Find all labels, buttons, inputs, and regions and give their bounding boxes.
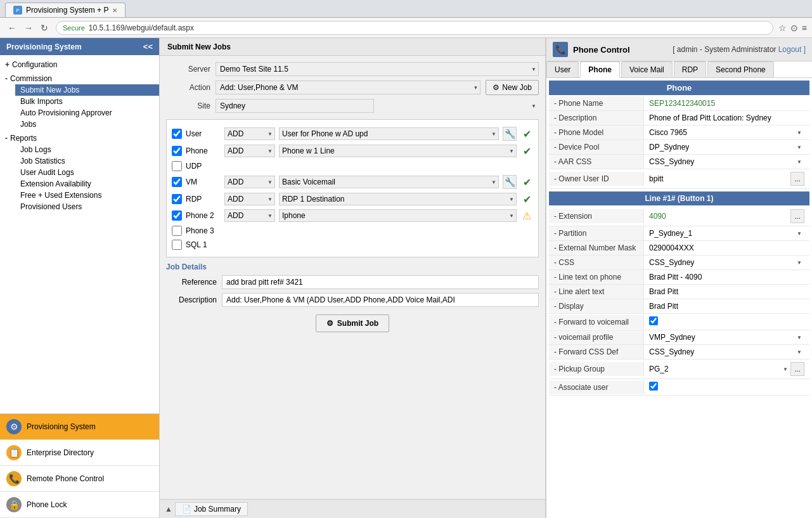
- sidebar-item-extension-availability[interactable]: Extension Availability: [15, 178, 159, 190]
- sidebar-item-job-logs[interactable]: Job Logs: [15, 144, 159, 155]
- bottom-nav-remote-phone-control[interactable]: 📞 Remote Phone Control: [0, 466, 159, 492]
- sidebar-collapse-button[interactable]: <<: [143, 42, 153, 51]
- sidebar-item-configuration[interactable]: + Configuration: [0, 59, 159, 70]
- tab-second-phone[interactable]: Second Phone: [707, 62, 774, 77]
- logout-link[interactable]: Logout ]: [778, 45, 806, 54]
- task-phone3-label: Phone 3: [186, 226, 221, 235]
- forward-button[interactable]: →: [22, 22, 35, 34]
- task-phone2-checkbox[interactable]: [172, 210, 182, 221]
- pickup-group-select[interactable]: PG_2: [649, 365, 790, 373]
- task-phone-detail-select[interactable]: Phone w 1 Line: [279, 145, 517, 157]
- reference-input[interactable]: add brad pitt ref# 3421: [222, 275, 539, 289]
- partition-select[interactable]: P_Sydney_1: [649, 229, 804, 238]
- sidebar-item-user-audit-logs[interactable]: User Audit Logs: [15, 167, 159, 178]
- task-phone-action-select[interactable]: ADD: [224, 145, 275, 157]
- owner-user-id-button[interactable]: ...: [790, 172, 804, 186]
- task-rdp-detail-select[interactable]: RDP 1 Destination: [279, 193, 517, 205]
- submit-job-button[interactable]: ⚙ Submit Job: [316, 314, 389, 332]
- bookmark-button[interactable]: ☆: [778, 23, 787, 33]
- task-row-phone2: Phone 2 ADD Iphone ⚠: [172, 207, 533, 224]
- task-sql1-checkbox[interactable]: [172, 240, 182, 250]
- css-select[interactable]: CSS_Sydney: [649, 258, 804, 267]
- associate-user-label: - Associate user: [549, 380, 644, 394]
- menu-button[interactable]: ≡: [802, 23, 807, 33]
- associate-user-checkbox[interactable]: [649, 382, 658, 391]
- back-button[interactable]: ←: [5, 22, 19, 34]
- sidebar-item-reports[interactable]: - Reports: [0, 133, 159, 144]
- sidebar-item-commission[interactable]: - Commission: [0, 73, 159, 84]
- task-user-config-button[interactable]: 🔧: [503, 127, 517, 141]
- tab-rdp[interactable]: RDP: [674, 62, 706, 77]
- sidebar-item-submit-new-jobs[interactable]: Submit New Jobs: [15, 84, 159, 96]
- server-select[interactable]: Demo Test Site 11.5: [216, 62, 539, 76]
- reports-children: Job Logs Job Statistics User Audit Logs …: [0, 144, 159, 212]
- task-vm-detail-select[interactable]: Basic Voicemail: [279, 176, 499, 188]
- server-label: Server: [166, 65, 210, 74]
- phone-field-partition: - Partition P_Sydney_1: [549, 226, 809, 241]
- extension-button[interactable]: ...: [790, 209, 804, 223]
- sidebar-item-free-used-extensions[interactable]: Free + Used Extensions: [15, 190, 159, 201]
- sidebar-item-provisioned-users[interactable]: Provisioned Users: [15, 201, 159, 212]
- sidebar-item-bulk-imports[interactable]: Bulk Imports: [15, 96, 159, 107]
- owner-user-id-value: ...: [644, 169, 809, 188]
- sidebar-item-auto-provisioning-approver[interactable]: Auto Provisioning Approver: [15, 107, 159, 119]
- owner-user-id-input[interactable]: [649, 174, 790, 183]
- expand-icon: +: [5, 60, 10, 69]
- tab-user[interactable]: User: [546, 62, 579, 77]
- action-select[interactable]: Add: User,Phone & VM: [216, 81, 480, 94]
- task-user-checkbox[interactable]: [172, 129, 182, 139]
- sidebar-item-job-statistics[interactable]: Job Statistics: [15, 155, 159, 167]
- ext-number-mask-value: 0290004XXX: [644, 241, 809, 255]
- new-job-button[interactable]: ⚙ New Job: [486, 80, 539, 95]
- aar-css-select[interactable]: CSS_Sydney: [649, 157, 804, 166]
- task-phone-checkbox[interactable]: [172, 146, 182, 156]
- task-vm-action-select[interactable]: ADD: [224, 176, 275, 188]
- device-pool-select[interactable]: DP_Sydney: [649, 143, 804, 152]
- task-user-detail-select[interactable]: User for Phone w AD upd: [279, 127, 499, 140]
- browser-tab[interactable]: P Provisioning System + P ✕: [5, 3, 126, 17]
- task-vm-checkbox[interactable]: [172, 177, 182, 187]
- task-rdp-action-select[interactable]: ADD: [224, 193, 275, 205]
- voicemail-profile-select[interactable]: VMP_Sydney: [649, 333, 804, 342]
- site-row: Site Sydney: [166, 99, 539, 113]
- task-row-sql1: SQL 1: [172, 238, 533, 252]
- secure-indicator: Secure: [63, 24, 85, 32]
- phone-control-tabs: User Phone Voice Mail RDP Second Phone: [546, 62, 812, 78]
- bottom-nav-enterprise-directory[interactable]: 📋 Enterprise Directory: [0, 440, 159, 466]
- site-select[interactable]: Sydney: [216, 99, 374, 113]
- task-udp-checkbox[interactable]: [172, 161, 182, 171]
- reference-label: Reference: [166, 278, 217, 287]
- task-rdp-checkbox[interactable]: [172, 194, 182, 204]
- job-summary-label: Job Summary: [194, 505, 241, 514]
- task-user-action-select[interactable]: ADD: [224, 127, 275, 140]
- url-bar[interactable]: Secure 10.5.1.169/webgui/default.aspx: [56, 21, 773, 35]
- tree-item-configuration: + Configuration: [0, 58, 159, 72]
- task-phone2-action-select[interactable]: ADD: [224, 209, 275, 222]
- aar-css-label: - AAR CSS: [549, 155, 644, 169]
- admin-info: [ admin - System Administrator Logout ]: [673, 45, 806, 54]
- phone-model-value: Cisco 7965: [644, 126, 809, 139]
- tab-voice-mail[interactable]: Voice Mail: [621, 62, 673, 77]
- phone-model-select[interactable]: Cisco 7965: [649, 128, 804, 137]
- commission-children: Submit New Jobs Bulk Imports Auto Provis…: [0, 84, 159, 130]
- bottom-bar-collapse-arrow[interactable]: ▲: [165, 505, 172, 514]
- forward-css-select[interactable]: CSS_Sydney: [649, 347, 804, 356]
- task-phone3-checkbox[interactable]: [172, 226, 182, 236]
- pickup-group-label: - Pickup Group: [549, 362, 644, 376]
- refresh-button[interactable]: ↻: [38, 22, 51, 34]
- task-vm-config-button[interactable]: 🔧: [503, 175, 517, 189]
- line-alert-value: Brad Pitt: [644, 285, 809, 299]
- sidebar-item-jobs[interactable]: Jobs: [15, 119, 159, 130]
- description-input[interactable]: [222, 293, 539, 307]
- job-summary-tab[interactable]: 📄 Job Summary: [175, 502, 248, 516]
- profile-button[interactable]: ⊙: [790, 23, 798, 33]
- bottom-nav-phone-lock[interactable]: 🔒 Phone Lock: [0, 492, 159, 518]
- tab-phone[interactable]: Phone: [580, 62, 620, 78]
- bottom-nav-provisioning-system[interactable]: ⚙ Provisioning System: [0, 414, 159, 440]
- tab-close-button[interactable]: ✕: [112, 7, 117, 14]
- aar-css-select-wrapper: CSS_Sydney: [649, 157, 804, 166]
- task-phone2-detail-select[interactable]: Iphone: [279, 209, 517, 222]
- forward-voicemail-checkbox[interactable]: [649, 316, 658, 325]
- phone-field-phone-name: - Phone Name SEP123412340015: [549, 96, 809, 111]
- pickup-group-button[interactable]: ...: [790, 362, 804, 376]
